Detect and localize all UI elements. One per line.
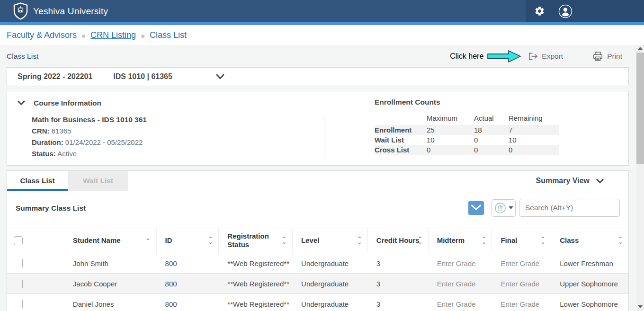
col-level[interactable]: Level ⌃⌄ [293, 228, 368, 253]
tab-wait-list[interactable]: Wait List [68, 171, 128, 191]
export-label: Export [542, 52, 563, 61]
select-all-checkbox[interactable] [14, 236, 23, 245]
landmark-icon [494, 202, 506, 214]
col-credit-hours[interactable]: Credit Hours ⌃⌄ [368, 228, 429, 253]
top-navbar: Yeshiva University [0, 0, 644, 22]
collapse-chevron-icon[interactable] [18, 99, 25, 107]
gear-icon [534, 6, 545, 17]
user-menu-button[interactable] [558, 4, 572, 18]
tab-class-list[interactable]: Class List [7, 171, 68, 191]
term-label: Spring 2022 - 202201 [18, 72, 92, 81]
sort-icon[interactable]: ⌃⌄ [482, 237, 486, 244]
final-enter-grade[interactable]: Enter Grade [492, 300, 551, 308]
col-class[interactable]: Class ⌃⌄ [551, 228, 628, 253]
table-row: John Smith 800 **Web Registered** Underg… [7, 253, 628, 274]
page-title: Class List [0, 52, 38, 61]
row-checkbox[interactable] [22, 280, 23, 288]
vertical-scrollbar[interactable] [636, 45, 644, 311]
brand-name: Yeshiva University [33, 6, 108, 17]
student-name[interactable]: Jacob Cooper [64, 280, 157, 288]
breadcrumb-separator [141, 35, 144, 38]
waitlist-row: Wait List 10 0 10 [375, 135, 559, 145]
list-toolbar: Summary Class List [7, 191, 628, 228]
row-checkbox[interactable] [22, 300, 23, 308]
view-selector-dropdown[interactable]: Summary View [536, 171, 604, 191]
student-name[interactable]: Daniel Jones [64, 300, 157, 308]
breadcrumb-class-list[interactable]: Class List [150, 30, 187, 40]
row-checkbox[interactable] [22, 259, 23, 267]
settings-button[interactable] [534, 6, 545, 17]
midterm-enter-grade[interactable]: Enter Grade [429, 280, 492, 288]
envelope-icon [471, 204, 482, 212]
user-avatar-icon [558, 4, 572, 18]
enrollment-header-row: Maximum Actual Remaining [375, 113, 559, 125]
brand: Yeshiva University [13, 2, 108, 20]
col-registration-status[interactable]: Registration Status ⌃⌄ [219, 228, 293, 253]
breadcrumb-crn-listing[interactable]: CRN Listing [90, 30, 136, 40]
sort-icon[interactable]: ⌃⌄ [208, 237, 213, 244]
breadcrumb-separator [82, 35, 85, 38]
enrollment-counts: Enrollment Counts Maximum Actual Remaini… [375, 98, 559, 155]
enrollment-row: Enrollment 25 18 7 [375, 125, 559, 135]
sort-icon[interactable]: ⌃⌄ [358, 237, 362, 244]
click-here-annotation: Click here [450, 52, 483, 61]
midterm-enter-grade[interactable]: Enter Grade [429, 300, 492, 308]
cyan-arrow-annotation [487, 50, 521, 63]
final-enter-grade[interactable]: Enter Grade [492, 280, 551, 288]
class-list-page: Yeshiva University Faculty & Advisors CR… [0, 0, 644, 311]
university-shield-logo [13, 2, 28, 20]
search-input[interactable] [525, 204, 620, 212]
scroll-down-arrow[interactable] [636, 303, 644, 310]
chevron-down-icon [596, 178, 604, 184]
print-button[interactable]: Print [592, 51, 622, 62]
page-header-actions: Click here Export [450, 45, 622, 67]
enrollment-counts-heading: Enrollment Counts [375, 98, 559, 107]
crosslist-row: Cross List 0 0 0 [375, 145, 559, 155]
print-label: Print [607, 52, 622, 61]
export-icon [528, 52, 538, 61]
email-button[interactable] [468, 201, 484, 215]
col-remaining: Remaining [509, 113, 559, 125]
sort-icon[interactable]: ⌃⌄ [418, 237, 422, 244]
class-list-panel: Class List Wait List Summary View Summar… [7, 170, 629, 311]
summary-class-list-title: Summary Class List [16, 204, 86, 213]
course-label: IDS 1010 | 61365 [113, 72, 172, 81]
scrollbar-thumb[interactable] [636, 53, 644, 164]
midterm-enter-grade[interactable]: Enter Grade [429, 259, 492, 267]
col-student-name[interactable]: Student Name ⌃ [64, 228, 157, 253]
filter-dropdown-button[interactable] [492, 199, 516, 217]
export-button[interactable]: Export [528, 52, 563, 61]
enrollment-counts-table: Maximum Actual Remaining Enrollment 25 1… [375, 113, 559, 155]
col-maximum: Maximum [427, 113, 474, 125]
search-box [519, 199, 620, 217]
chevron-down-icon[interactable] [216, 74, 224, 80]
student-name[interactable]: John Smith [64, 259, 157, 267]
course-information-panel: Course Information Math for Business - I… [7, 91, 629, 166]
page-header: Class List Click here Export [0, 45, 644, 67]
students-table: Student Name ⌃ ID ⌃⌄ Registration Status… [7, 228, 628, 311]
sort-icon[interactable]: ⌃⌄ [541, 237, 545, 244]
sort-icon[interactable]: ⌃⌄ [618, 237, 623, 244]
caret-down-icon [509, 206, 513, 209]
breadcrumb: Faculty & Advisors CRN Listing Class Lis… [0, 25, 644, 45]
term-selector[interactable]: Spring 2022 - 202201 IDS 1010 | 61365 [7, 67, 629, 86]
printer-icon [592, 51, 603, 62]
final-enter-grade[interactable]: Enter Grade [492, 259, 551, 267]
tabs: Class List Wait List Summary View [7, 171, 628, 191]
scroll-up-arrow[interactable] [636, 45, 644, 52]
col-actual: Actual [474, 113, 509, 125]
col-midterm[interactable]: Midterm ⌃⌄ [429, 228, 492, 253]
view-selector-label: Summary View [536, 177, 590, 185]
sort-icon[interactable]: ⌃⌄ [282, 237, 286, 244]
table-header-row: Student Name ⌃ ID ⌃⌄ Registration Status… [7, 228, 628, 253]
sort-asc-icon[interactable]: ⌃ [146, 239, 150, 242]
navbar-right-section [526, 0, 644, 22]
col-id[interactable]: ID ⌃⌄ [157, 228, 219, 253]
course-information-heading: Course Information [34, 99, 101, 107]
panel-divider [324, 115, 324, 159]
col-final[interactable]: Final ⌃⌄ [492, 228, 551, 253]
breadcrumb-faculty-advisors[interactable]: Faculty & Advisors [7, 30, 77, 40]
table-row: Jacob Cooper 800 **Web Registered** Unde… [7, 274, 628, 294]
photo-column-header [30, 228, 64, 253]
table-row: Daniel Jones 800 **Web Registered** Unde… [7, 294, 628, 311]
